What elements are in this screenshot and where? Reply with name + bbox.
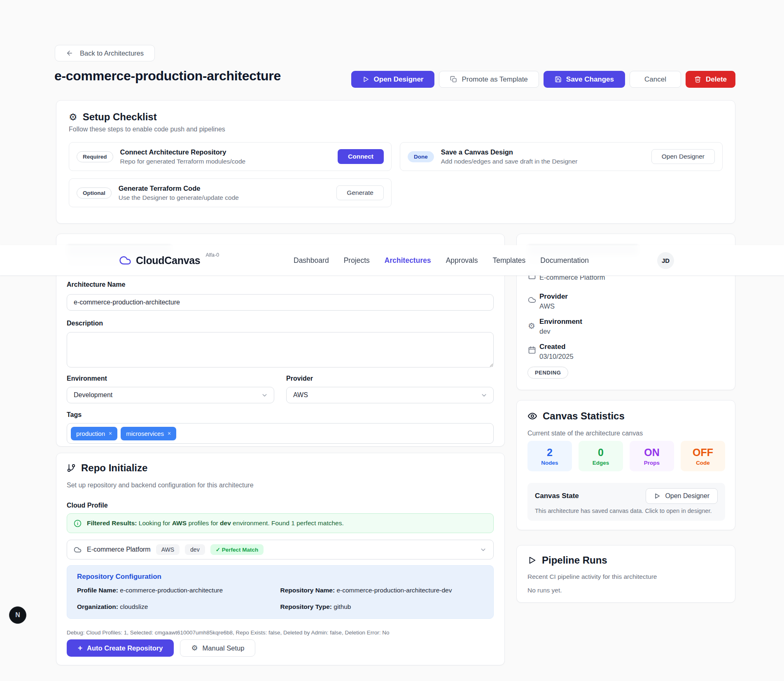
auto-create-repository-button[interactable]: + Auto Create Repository: [67, 639, 174, 657]
nav-link-templates[interactable]: Templates: [493, 256, 526, 265]
detail-value: AWS: [539, 302, 555, 310]
tags-input[interactable]: production × microservices ×: [67, 423, 494, 444]
back-button-label: Back to Architectures: [80, 49, 144, 57]
chevron-down-icon: [480, 546, 487, 553]
play-icon: [527, 556, 537, 565]
tags-label: Tags: [67, 411, 82, 419]
detail-label: Provider: [539, 293, 568, 301]
play-icon: [654, 493, 660, 499]
eye-icon: [527, 411, 537, 421]
pipeline-runs-subtitle: Recent CI pipeline activity for this arc…: [527, 573, 657, 580]
canvas-statistics-title: Canvas Statistics: [543, 410, 625, 422]
setup-checklist-card: ⚙ Setup Checklist Follow these steps to …: [56, 100, 735, 224]
pipeline-runs-title: Pipeline Runs: [542, 555, 607, 566]
checklist-item-connect-repo: Required Connect Architecture Repository…: [69, 142, 392, 171]
checklist-item-title: Connect Architecture Repository: [120, 148, 246, 156]
repo-initialize-title: Repo Initialize: [81, 462, 147, 474]
repository-configuration-title: Repository Configuration: [77, 573, 483, 581]
stat-tile-nodes: 2 Nodes: [527, 441, 572, 471]
required-badge: Required: [77, 151, 113, 162]
config-repository-type: Repository Type: github: [280, 603, 484, 611]
canvas-state-caption: This architecture has saved canvas data.…: [535, 508, 718, 514]
checklist-item-desc: Repo for generated Terraform modules/cod…: [120, 158, 246, 165]
gear-icon: ⚙: [69, 112, 77, 123]
profile-env-badge: dev: [185, 544, 205, 555]
remove-tag-icon[interactable]: ×: [168, 430, 171, 437]
config-repository-name: Repository Name: e-commerce-production-a…: [280, 587, 484, 594]
optional-badge: Optional: [77, 187, 112, 199]
nav-link-approvals[interactable]: Approvals: [446, 256, 478, 265]
pipeline-empty-state: No runs yet.: [527, 587, 562, 594]
trash-icon: [694, 76, 701, 83]
chevron-down-icon: [261, 392, 268, 399]
remove-tag-icon[interactable]: ×: [109, 430, 112, 437]
checklist-item-title: Save a Canvas Design: [441, 148, 578, 156]
checklist-item-canvas-design: Done Save a Canvas Design Add nodes/edge…: [400, 142, 723, 171]
canvas-state-title: Canvas State: [535, 492, 579, 500]
arrow-left-icon: [66, 49, 73, 57]
checklist-item-desc: Add nodes/edges and save draft in the De…: [441, 158, 578, 165]
user-avatar[interactable]: JD: [657, 252, 674, 269]
brand[interactable]: CloudCanvas Alfa-0: [119, 245, 219, 276]
open-designer-secondary-button[interactable]: Open Designer: [651, 149, 715, 164]
detail-value: dev: [539, 328, 551, 335]
repo-initialize-subtitle: Set up repository and backend configurat…: [67, 482, 254, 489]
brand-version: Alfa-0: [205, 252, 219, 258]
cloud-icon: [528, 296, 536, 304]
pipeline-runs-card: Pipeline Runs Recent CI pipeline activit…: [516, 545, 735, 603]
nav-link-dashboard[interactable]: Dashboard: [294, 256, 329, 265]
cloud-logo-icon: [119, 254, 131, 267]
cloud-profile-label: Cloud Profile: [67, 502, 108, 509]
checklist-item-title: Generate Terraform Code: [119, 185, 239, 192]
manual-setup-button[interactable]: ⚙ Manual Setup: [180, 639, 255, 657]
save-icon: [555, 76, 562, 83]
canvas-statistics-subtitle: Current state of the architecture canvas: [527, 430, 643, 437]
gear-icon: ⚙: [191, 644, 198, 653]
save-changes-button[interactable]: Save Changes: [544, 71, 625, 88]
nav-links: Dashboard Projects Architectures Approva…: [294, 245, 589, 276]
info-icon: [74, 520, 82, 527]
profile-name: E-commerce Platform: [87, 546, 151, 553]
open-designer-state-button[interactable]: Open Designer: [646, 488, 718, 504]
cancel-button[interactable]: Cancel: [630, 71, 681, 88]
checklist-subtitle: Follow these steps to enable code push a…: [69, 126, 723, 133]
delete-button[interactable]: Delete: [686, 71, 735, 88]
architecture-name-input[interactable]: [67, 294, 494, 311]
chevron-down-icon: [481, 392, 488, 399]
detail-label: Environment: [539, 318, 582, 326]
config-organization: Organization: cloudslize: [77, 603, 280, 611]
repo-initialize-card: Repo Initialize Set up repository and ba…: [56, 453, 505, 665]
copy-icon: [450, 76, 457, 83]
stat-tile-code: OFF Code: [681, 441, 725, 471]
connect-button[interactable]: Connect: [338, 149, 384, 164]
generate-button[interactable]: Generate: [336, 185, 384, 200]
checklist-title: Setup Checklist: [83, 111, 157, 123]
repository-configuration-card: Repository Configuration Profile Name: e…: [67, 565, 494, 619]
nav-link-architectures[interactable]: Architectures: [385, 256, 431, 265]
back-to-architectures-button[interactable]: Back to Architectures: [55, 45, 155, 61]
stat-tile-props: ON Props: [630, 441, 674, 471]
nav-link-projects[interactable]: Projects: [344, 256, 370, 265]
description-textarea[interactable]: [67, 332, 494, 367]
cloud-profile-select[interactable]: E-commerce Platform AWS dev ✓ Perfect Ma…: [67, 540, 494, 559]
nav-link-documentation[interactable]: Documentation: [540, 256, 589, 265]
description-label: Description: [67, 320, 103, 327]
debug-line: Debug: Cloud Profiles: 1, Selected: cmga…: [67, 630, 389, 636]
config-profile-name: Profile Name: e-commerce-production-arch…: [77, 587, 280, 594]
tag-chip: production ×: [71, 427, 117, 440]
filtered-results-text: Filtered Results: Looking for AWS profil…: [87, 520, 344, 527]
brand-name: CloudCanvas: [136, 255, 200, 267]
cloud-icon: [74, 546, 82, 554]
profile-provider-badge: AWS: [156, 544, 180, 555]
checklist-item-desc: Use the Designer to generate/update code: [119, 194, 239, 201]
done-badge: Done: [408, 151, 434, 162]
dev-tools-badge[interactable]: N: [9, 606, 26, 624]
page-title: e-commerce-production-architecture: [54, 68, 281, 84]
provider-select[interactable]: AWS: [286, 387, 494, 403]
detail-value: 03/10/2025: [539, 353, 574, 360]
environment-select[interactable]: Development: [67, 387, 274, 403]
promote-as-template-button[interactable]: Promote as Template: [439, 71, 539, 88]
open-designer-button[interactable]: Open Designer: [351, 71, 435, 88]
checklist-item-generate-code: Optional Generate Terraform Code Use the…: [69, 178, 392, 207]
play-icon: [362, 76, 369, 83]
